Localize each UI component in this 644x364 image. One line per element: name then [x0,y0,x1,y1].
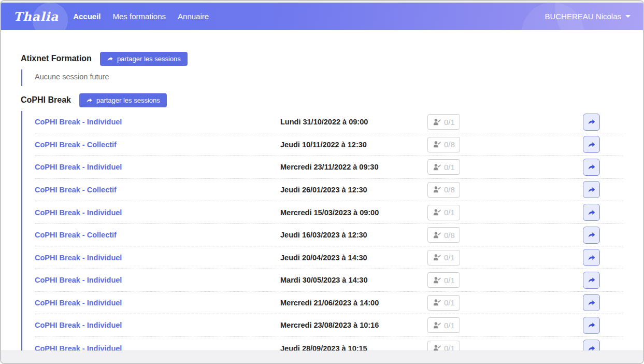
share-session-button[interactable] [583,181,600,198]
user-menu[interactable]: BUCHEREAU Nicolas [545,12,631,21]
session-date: Mercredi 23/11/2022 à 09:30 [280,163,427,171]
share-session-button[interactable] [583,294,600,311]
share-icon [588,208,596,217]
attendance-badge: 0/1 [427,317,460,333]
share-session-button[interactable] [583,249,600,266]
session-date: Lundi 31/10/2022 à 09:00 [280,118,427,126]
session-row: CoPHI Break - Individuel Mercredi 15/03/… [35,201,623,224]
person-check-icon [433,321,441,329]
share-icon [588,321,596,329]
person-check-icon [433,186,441,193]
person-check-icon [433,118,441,126]
session-list: Aucune session future [21,69,623,86]
sections: Atixnet Formation partager les sessions … [21,52,623,351]
share-icon [588,299,596,307]
share-sessions-label: partager les sessions [96,96,160,104]
nav-item-accueil[interactable]: Accueil [73,12,101,21]
attendance-count: 0/1 [444,344,455,351]
person-check-icon [433,163,441,171]
attendance-count: 0/8 [444,140,455,149]
attendance-count: 0/1 [444,208,455,217]
share-session-button[interactable] [583,114,600,131]
app-window: Thalia Accueil Mes formations Annuaire B… [0,0,644,364]
person-check-icon [433,299,441,306]
share-icon [588,344,596,351]
session-link[interactable]: CoPHI Break - Individuel [35,299,122,307]
chevron-down-icon [625,15,631,18]
share-session-button[interactable] [583,227,600,244]
nav-item-annuaire[interactable]: Annuaire [178,12,209,21]
attendance-count: 0/1 [444,163,455,172]
session-link[interactable]: CoPHI Break - Individuel [35,254,122,262]
person-check-icon [433,276,441,284]
share-icon [588,141,596,149]
session-link[interactable]: CoPHI Break - Individuel [35,344,122,351]
person-check-icon [433,344,441,351]
session-date: Jeudi 16/03/2023 à 12:30 [280,231,427,239]
session-row: CoPHI Break - Collectif Jeudi 10/11/2022… [35,133,623,156]
attendance-badge: 0/8 [427,182,460,198]
session-date: Jeudi 26/01/2023 à 12:30 [280,186,427,194]
session-link[interactable]: CoPHI Break - Collectif [35,186,117,194]
user-name: BUCHEREAU Nicolas [545,12,621,21]
share-icon [588,186,596,194]
share-icon [107,55,113,62]
formation-title: Atixnet Formation [21,54,92,63]
session-row: CoPHI Break - Individuel Mercredi 21/06/… [35,292,623,315]
formation-section: Atixnet Formation partager les sessions … [21,52,623,86]
session-link[interactable]: CoPHI Break - Individuel [35,118,122,126]
session-link[interactable]: CoPHI Break - Individuel [35,163,122,171]
attendance-badge: 0/1 [427,295,460,311]
person-check-icon [433,254,441,261]
share-icon [588,231,596,239]
share-icon [86,97,93,104]
share-sessions-label: partager les sessions [117,55,181,63]
nav-links: Accueil Mes formations Annuaire [73,12,209,21]
window-bottom-strip [1,351,643,363]
attendance-badge: 0/1 [427,205,460,220]
share-sessions-button[interactable]: partager les sessions [100,52,188,66]
session-link[interactable]: CoPHI Break - Individuel [35,208,122,217]
attendance-badge: 0/1 [427,159,460,175]
session-row: CoPHI Break - Individuel Mardi 30/05/202… [35,269,623,292]
attendance-count: 0/1 [444,298,455,307]
attendance-count: 0/1 [444,321,455,330]
main-content: Atixnet Formation partager les sessions … [1,30,643,351]
attendance-badge: 0/1 [427,272,460,288]
session-date: Mercredi 23/08/2023 à 10:16 [280,321,427,329]
session-row: CoPHI Break - Individuel Lundi 31/10/202… [35,111,623,134]
attendance-count: 0/1 [444,118,455,127]
navbar: Thalia Accueil Mes formations Annuaire B… [1,3,643,30]
share-icon [588,276,596,284]
person-check-icon [433,231,441,239]
session-link[interactable]: CoPHI Break - Individuel [35,276,122,284]
session-date: Mardi 30/05/2023 à 14:30 [280,276,427,284]
session-date: Jeudi 20/04/2023 à 14:30 [280,254,427,262]
session-date: Jeudi 10/11/2022 à 12:30 [280,141,427,149]
nav-item-mes-formations[interactable]: Mes formations [112,12,166,21]
attendance-badge: 0/1 [427,341,460,351]
attendance-badge: 0/1 [427,250,460,265]
thalia-logo[interactable]: Thalia [13,9,59,23]
share-session-button[interactable] [583,159,600,176]
formation-title: CoPHI Break [21,95,71,105]
session-link[interactable]: CoPHI Break - Collectif [35,141,117,149]
share-session-button[interactable] [583,136,600,153]
attendance-badge: 0/8 [427,227,460,243]
session-link[interactable]: CoPHI Break - Collectif [35,231,117,239]
session-date: Mercredi 15/03/2023 à 09:00 [280,208,427,217]
share-session-button[interactable] [583,204,600,221]
section-header: Atixnet Formation partager les sessions [21,52,623,66]
share-icon [588,163,596,171]
person-check-icon [433,141,441,148]
share-session-button[interactable] [583,317,600,334]
share-sessions-button[interactable]: partager les sessions [79,93,167,107]
share-session-button[interactable] [583,272,600,289]
attendance-badge: 0/8 [427,137,460,152]
person-check-icon [433,208,441,216]
session-link[interactable]: CoPHI Break - Individuel [35,321,122,329]
share-session-button[interactable] [583,340,600,351]
share-icon [588,254,596,262]
section-header: CoPHI Break partager les sessions [21,93,623,107]
attendance-count: 0/1 [444,253,455,262]
